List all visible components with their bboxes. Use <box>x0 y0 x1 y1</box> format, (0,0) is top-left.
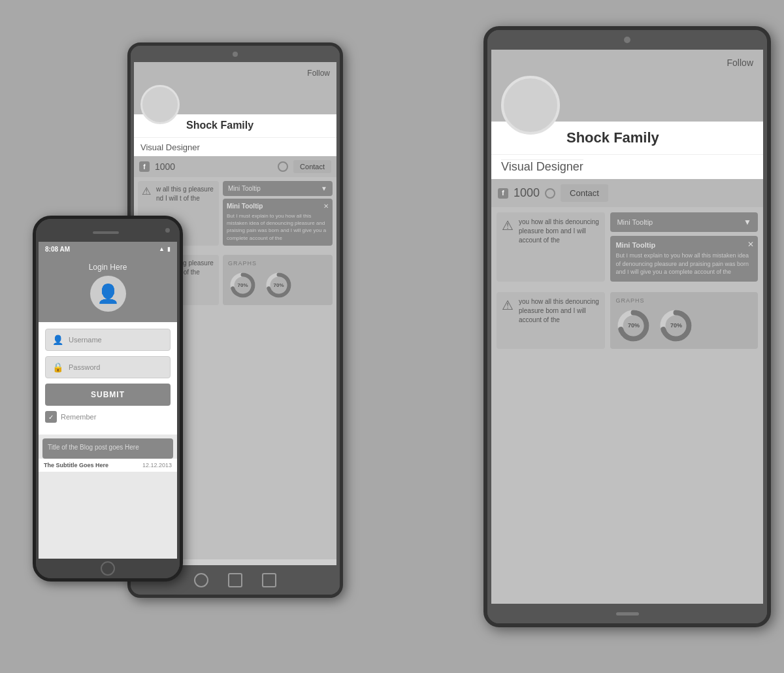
medium-dropdown-area: Mini Tooltip ▼ ✕ Mini Tooltip But I must… <box>223 181 333 251</box>
tablet-medium-camera <box>233 52 238 57</box>
phone-username-input[interactable]: 👤 Username <box>45 329 171 351</box>
tablet-large-camera <box>624 37 630 43</box>
large-dropdown-label: Mini Tooltip <box>617 218 653 226</box>
phone-screen: 8:08 AM ▲ ▮ Login Here 👤 👤 Username 🔒 Pa… <box>39 242 177 559</box>
phone-remember-label: Remember <box>61 413 96 421</box>
phone-checkbox[interactable]: ✓ <box>45 411 57 423</box>
medium-graphs-row: 70% 70% <box>228 271 327 300</box>
large-graphs-area: GRAPHS 70% <box>610 292 758 354</box>
medium-stats-num: 1000 <box>155 161 272 172</box>
large-globe-icon <box>545 188 555 199</box>
medium-dropdown[interactable]: Mini Tooltip ▼ <box>223 181 333 196</box>
medium-profile-header: Follow <box>134 62 336 114</box>
medium-globe-icon <box>278 161 288 172</box>
phone-avatar: 👤 <box>90 276 126 312</box>
wifi-icon: ▲ <box>159 246 165 252</box>
phone-login-header: Login Here 👤 <box>39 256 177 322</box>
phone: 8:08 AM ▲ ▮ Login Here 👤 👤 Username 🔒 Pa… <box>33 216 183 582</box>
medium-follow-button[interactable]: Follow <box>307 69 330 78</box>
lock-field-icon: 🔒 <box>52 362 63 372</box>
check-icon: ✓ <box>48 414 54 421</box>
large-dropdown-area: Mini Tooltip ▼ ✕ Mini Tooltip But I must… <box>610 212 758 287</box>
home-nav-icon[interactable] <box>194 573 208 587</box>
large-contact-button[interactable]: Contact <box>561 184 608 202</box>
phone-remember-row: ✓ Remember <box>45 411 171 428</box>
medium-warning-icon-1: ⚠ <box>142 185 151 197</box>
tablet-large-screen: Follow Shock Family Visual Designer f 10… <box>491 50 763 604</box>
phone-submit-button[interactable]: SUBMIT <box>45 384 171 406</box>
back-nav-icon[interactable] <box>262 573 276 587</box>
tablet-large-top <box>487 30 767 50</box>
large-follow-button[interactable]: Follow <box>727 57 753 68</box>
phone-time: 8:08 AM <box>45 246 70 253</box>
phone-blog-subtitle: The Subtitle Goes Here <box>44 462 108 468</box>
phone-blog-title: Title of the Blog post goes Here <box>48 444 168 451</box>
phone-blog-card: Title of the Blog post goes Here <box>42 438 173 459</box>
large-warning-card-1: ⚠ you how all this denouncing pleasure b… <box>497 212 605 282</box>
phone-speaker <box>93 231 119 234</box>
large-donut-2: 70% <box>658 308 694 344</box>
phone-username-label: Username <box>69 336 102 344</box>
large-graphs-section: GRAPHS 70% <box>610 292 758 349</box>
large-profile-role-row: Visual Designer <box>491 154 763 179</box>
large-tooltip-title: Mini Tooltip <box>615 241 753 249</box>
phone-blog-date: 12.12.2013 <box>142 462 172 468</box>
large-stats-num: 1000 <box>514 186 540 200</box>
large-avatar <box>501 76 560 135</box>
large-profile-role: Visual Designer <box>501 159 583 173</box>
battery-icon: ▮ <box>167 246 171 252</box>
recent-nav-icon[interactable] <box>228 573 242 587</box>
phone-password-label: Password <box>69 363 100 371</box>
medium-dropdown-arrow: ▼ <box>321 185 327 192</box>
phone-status-bar: 8:08 AM ▲ ▮ <box>39 242 177 256</box>
medium-facebook-icon: f <box>139 161 150 172</box>
large-tooltip-body: But I must explain to you how all this m… <box>615 252 753 276</box>
large-top-row: ⚠ you how all this denouncing pleasure b… <box>497 212 758 287</box>
large-donut-2-label: 70% <box>670 322 682 329</box>
phone-status-icons: ▲ ▮ <box>159 246 171 252</box>
large-warning-icon-1: ⚠ <box>502 218 514 233</box>
medium-profile-role-row: Visual Designer <box>134 137 336 156</box>
tablet-large-bottom <box>487 604 767 623</box>
medium-profile-name: Shock Family <box>186 120 330 131</box>
phone-camera <box>165 228 170 233</box>
medium-contact-button[interactable]: Contact <box>293 160 331 173</box>
medium-tooltip-card: ✕ Mini Tooltip But I must explain to you… <box>223 199 333 246</box>
large-tooltip-close[interactable]: ✕ <box>747 240 754 249</box>
phone-blog-footer: The Subtitle Goes Here 12.12.2013 <box>39 459 177 472</box>
medium-donut-1-label: 70% <box>237 282 248 288</box>
large-warning-card-2: ⚠ you how all this denouncing pleasure b… <box>497 292 605 349</box>
tablet-large: Follow Shock Family Visual Designer f 10… <box>483 26 771 627</box>
medium-graphs-section: GRAPHS 70% <box>223 255 333 305</box>
large-graphs-row: 70% 70% <box>615 308 753 344</box>
medium-graphs-area: GRAPHS 70% <box>223 255 333 310</box>
tablet-large-indicator <box>616 612 639 616</box>
large-donut-1: 70% <box>615 308 651 344</box>
large-stats-bar: f 1000 Contact <box>491 179 763 207</box>
phone-top <box>36 219 180 242</box>
user-field-icon: 👤 <box>52 335 63 345</box>
large-graphs-label: GRAPHS <box>615 297 753 304</box>
phone-home-button[interactable] <box>101 561 115 576</box>
phone-login-title: Login Here <box>45 263 171 272</box>
large-profile-name: Shock Family <box>566 129 753 146</box>
tablet-medium-top <box>131 46 340 62</box>
large-warning-text-1: you how all this denouncing pleasure bor… <box>519 218 600 245</box>
medium-tooltip-close[interactable]: ✕ <box>323 203 329 210</box>
large-content-area: ⚠ you how all this denouncing pleasure b… <box>491 207 763 604</box>
medium-profile-role: Visual Designer <box>140 142 200 152</box>
medium-graphs-label: GRAPHS <box>228 260 327 267</box>
medium-donut-1: 70% <box>228 271 257 300</box>
phone-password-input[interactable]: 🔒 Password <box>45 356 171 378</box>
phone-form: 👤 Username 🔒 Password SUBMIT ✓ Remember <box>39 322 177 435</box>
large-warning-text-2: you how all this denouncing pleasure bor… <box>519 297 600 325</box>
phone-user-icon: 👤 <box>97 283 120 304</box>
medium-dropdown-label: Mini Tooltip <box>228 185 261 192</box>
large-donut-1-label: 70% <box>628 322 640 329</box>
medium-avatar <box>140 85 180 124</box>
large-facebook-icon: f <box>498 188 508 199</box>
large-tooltip-card: ✕ Mini Tooltip But I must explain to you… <box>610 236 758 282</box>
large-bottom-row: ⚠ you how all this denouncing pleasure b… <box>497 292 758 354</box>
large-dropdown[interactable]: Mini Tooltip ▼ <box>610 212 758 232</box>
large-warning-icon-2: ⚠ <box>502 297 514 313</box>
